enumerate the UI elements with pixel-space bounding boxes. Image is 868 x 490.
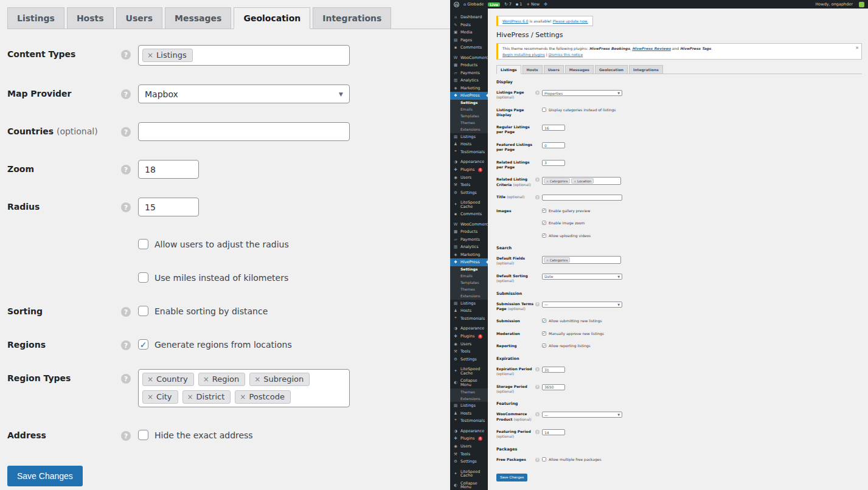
sidebar-item[interactable]: ⚒ Tools — [450, 348, 488, 356]
update-now-link[interactable]: Please update now. — [553, 19, 588, 23]
sidebar-item[interactable]: ▱ Payments — [450, 236, 488, 244]
sidebar-item[interactable]: ⚒ Tools — [450, 181, 488, 189]
sidebar-item[interactable]: ▦ Products — [450, 228, 488, 236]
settings-tab[interactable]: Listings — [7, 7, 64, 29]
sidebar-item[interactable]: ♟ Hosts — [450, 410, 488, 418]
sidebar-item[interactable]: ▤ Listings — [450, 300, 488, 308]
sidebar-item[interactable]: Themes — [450, 120, 488, 126]
checkbox[interactable] — [542, 233, 546, 238]
sidebar-item[interactable]: ♟ Hosts — [450, 140, 488, 148]
updates-menu[interactable]: ↻ 7 — [504, 2, 512, 7]
tag-chip[interactable]: ×Postcode — [235, 390, 291, 404]
sidebar-item[interactable]: ✦ LiteSpeed Cache — [450, 365, 488, 377]
settings-tab[interactable]: Integrations — [629, 65, 663, 74]
checkbox[interactable] — [138, 272, 148, 283]
sidebar-item[interactable]: W WooCommerce — [450, 221, 488, 229]
number-input[interactable]: 16 — [542, 125, 565, 131]
sidebar-item[interactable]: Emails — [450, 106, 488, 113]
sidebar-item[interactable]: ✚ Plugins 6 — [450, 333, 488, 340]
settings-tab[interactable]: Listings — [496, 65, 521, 74]
sidebar-item[interactable]: ◉ Users — [450, 340, 488, 348]
checkbox-field[interactable]: Manually approve new listings — [542, 331, 604, 336]
select-input[interactable]: —▼ — [542, 302, 622, 308]
sidebar-item[interactable]: W WooCommerce — [450, 54, 488, 62]
remove-tag-icon[interactable]: × — [574, 179, 576, 183]
checkbox-field[interactable]: Allow submitting new listings — [542, 319, 602, 323]
sidebar-item[interactable]: ▥ Analytics — [450, 243, 488, 251]
remove-tag-icon[interactable]: × — [187, 393, 193, 401]
checkbox[interactable] — [138, 239, 148, 249]
sidebar-item[interactable]: ▪ Comments — [450, 44, 488, 52]
help-icon[interactable]: ? — [535, 412, 540, 416]
select-input[interactable]: Mapbox▼ — [138, 85, 350, 103]
number-input[interactable]: 18 — [138, 160, 199, 179]
remove-tag-icon[interactable]: × — [546, 258, 549, 262]
hivepress-reviews-link[interactable]: HivePress Reviews — [632, 46, 671, 50]
sidebar-item[interactable]: ✚ Plugins 6 — [450, 435, 488, 443]
checkbox[interactable] — [542, 221, 546, 225]
dismiss-icon[interactable]: ✕ — [855, 46, 859, 50]
sidebar-item[interactable]: Themes — [450, 388, 488, 395]
checkbox-field[interactable]: Enable image zoom — [542, 221, 585, 225]
sidebar-item[interactable]: ✦ LiteSpeed Cache — [450, 199, 488, 210]
sidebar-item[interactable]: ▤ Listings — [450, 402, 488, 410]
number-input[interactable]: 3650 — [542, 384, 565, 390]
new-menu[interactable]: + New — [526, 2, 540, 7]
help-icon[interactable]: ? — [535, 195, 540, 199]
sidebar-item[interactable]: ▪ Comments — [450, 210, 488, 218]
settings-tab[interactable]: Geolocation — [234, 7, 310, 29]
select-input[interactable]: Date▼ — [542, 274, 622, 280]
checkbox-field[interactable]: Hide the exact address — [138, 426, 253, 440]
wordpress-logo-icon[interactable]: W — [454, 2, 459, 7]
sidebar-item[interactable]: ❖ HivePress — [450, 258, 488, 266]
sidebar-item[interactable]: Emails — [450, 273, 488, 280]
help-icon[interactable]: ? — [121, 127, 131, 137]
checkbox-field[interactable]: Allow uploading videos — [542, 233, 591, 238]
checkbox-field[interactable]: Allow users to adjust the radius — [138, 235, 289, 249]
avatar[interactable] — [859, 2, 864, 7]
multiselect-input[interactable]: ×Categories — [542, 256, 621, 264]
sidebar-item[interactable]: ◈ Marketing — [450, 85, 488, 92]
checkbox-field[interactable]: Generate regions from locations — [138, 336, 292, 350]
save-changes-button-small[interactable]: Save Changes — [496, 474, 527, 481]
begin-installing-plugins-link[interactable]: Begin installing plugins — [502, 52, 545, 57]
litespeed-icon[interactable]: ✣ — [544, 2, 547, 7]
help-icon[interactable]: ? — [121, 431, 131, 441]
sidebar-item[interactable]: Settings — [450, 100, 488, 106]
help-icon[interactable]: ? — [121, 50, 131, 60]
tag-chip[interactable]: ×City — [142, 390, 178, 404]
sidebar-item[interactable]: ▤ Listings — [450, 133, 488, 141]
remove-tag-icon[interactable]: × — [254, 375, 260, 384]
sidebar-item[interactable]: ❞ Testimonials — [450, 315, 488, 323]
help-icon[interactable]: ? — [535, 178, 540, 182]
sidebar-item[interactable]: ◉ Users — [450, 443, 488, 450]
number-input[interactable]: 14 — [542, 429, 565, 435]
checkbox[interactable] — [542, 457, 546, 461]
sidebar-item[interactable]: ▱ Payments — [450, 69, 488, 77]
howdy-menu[interactable]: Howdy, ongaphder — [815, 2, 853, 7]
comments-menu[interactable]: ▪ 1 — [516, 2, 523, 7]
sidebar-item[interactable]: ⚙ Settings — [450, 189, 488, 197]
checkbox[interactable] — [542, 343, 546, 348]
sidebar-item[interactable]: Templates — [450, 113, 488, 120]
sidebar-item[interactable]: ▤ Pages — [450, 36, 488, 44]
dismiss-notice-link[interactable]: Dismiss this notice — [549, 52, 583, 57]
sidebar-item[interactable]: ◉ Users — [450, 174, 488, 182]
help-icon[interactable]: ? — [535, 430, 540, 434]
checkbox[interactable] — [542, 319, 546, 323]
remove-tag-icon[interactable]: × — [203, 375, 209, 384]
sidebar-item[interactable]: ◐ Collapse Menu — [450, 377, 488, 388]
text-input[interactable] — [138, 122, 350, 141]
checkbox-field[interactable]: Enable sorting by distance — [138, 302, 268, 316]
save-changes-button[interactable]: Save Changes — [7, 466, 83, 486]
checkbox[interactable] — [138, 306, 148, 316]
sidebar-item[interactable]: ❞ Testimonials — [450, 148, 488, 156]
sidebar-item[interactable]: ✦ LiteSpeed Cache — [450, 468, 488, 480]
tag-chip[interactable]: ×Region — [198, 373, 246, 386]
sidebar-item[interactable]: ♟ Hosts — [450, 307, 488, 315]
help-icon[interactable]: ? — [121, 89, 131, 99]
help-icon[interactable]: ? — [121, 340, 131, 350]
checkbox-field[interactable]: Display categories instead of listings — [542, 108, 616, 112]
tag-chip[interactable]: ×Subregion — [249, 373, 310, 386]
sidebar-item[interactable]: Extensions — [450, 126, 488, 133]
